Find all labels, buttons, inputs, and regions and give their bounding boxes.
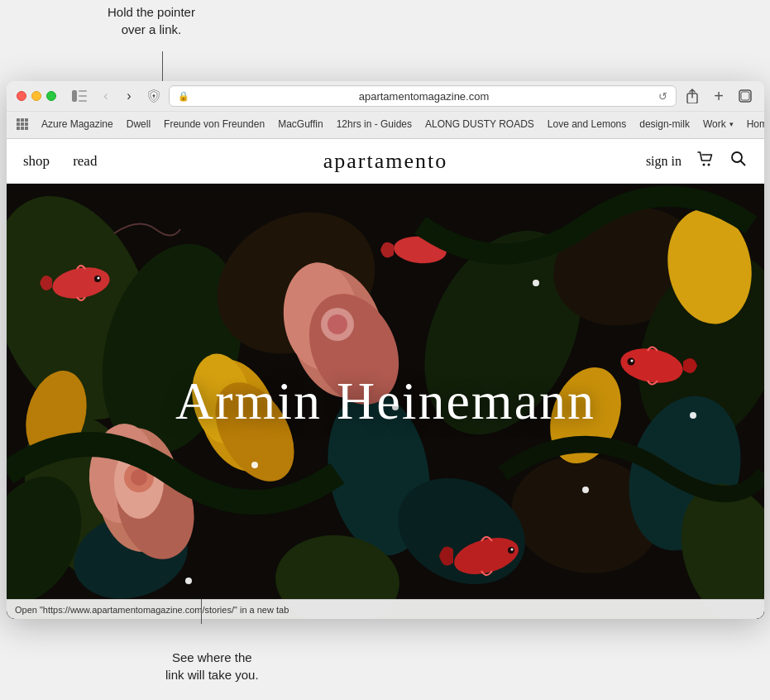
nav-arrows: ‹ ›: [96, 86, 139, 106]
website-content: shop read apartamento sign in: [7, 139, 764, 619]
browser-right-controls: +: [683, 87, 754, 105]
hero-overlay: Armin Heinemann: [7, 184, 764, 619]
callout-line-top: [162, 51, 163, 81]
svg-rect-13: [21, 122, 24, 126]
address-bar[interactable]: 🔒 apartamentomagazine.com ↺: [169, 85, 677, 107]
shop-nav-link[interactable]: shop: [23, 153, 50, 170]
bookmark-home-dropdown[interactable]: Home ▾: [747, 118, 764, 130]
minimize-button[interactable]: [31, 91, 41, 101]
bookmark-love-lemons[interactable]: Love and Lemons: [548, 118, 626, 130]
url-display: apartamentomagazine.com: [194, 90, 653, 103]
svg-rect-12: [17, 122, 20, 126]
sidebar-toggle-button[interactable]: [69, 88, 89, 104]
lock-icon: 🔒: [178, 91, 189, 102]
site-nav-right: sign in: [506, 148, 748, 174]
site-nav: shop read apartamento sign in: [7, 139, 764, 184]
svg-rect-16: [21, 127, 24, 130]
site-nav-left: shop read: [23, 153, 265, 170]
svg-rect-0: [72, 90, 77, 102]
svg-rect-17: [25, 127, 28, 130]
reload-button[interactable]: ↺: [658, 90, 667, 103]
svg-rect-15: [17, 127, 20, 130]
cart-icon[interactable]: [695, 148, 716, 174]
site-logo[interactable]: apartamento: [265, 149, 506, 174]
status-bar: Open "https://www.apartamentomagazine.co…: [7, 599, 764, 619]
bookmark-apps-icon[interactable]: [17, 118, 28, 130]
bookmark-design-milk[interactable]: design-milk: [639, 118, 690, 130]
traffic-lights: [17, 91, 56, 101]
shield-icon: [146, 88, 162, 104]
svg-rect-10: [21, 118, 24, 122]
tab-overview-button[interactable]: [736, 87, 754, 105]
svg-point-20: [732, 152, 742, 162]
annotation-top-line2: over a link.: [122, 22, 182, 36]
bookmarks-bar: Azure Magazine Dwell Freunde von Freunde…: [7, 111, 764, 136]
read-nav-link[interactable]: read: [73, 153, 97, 170]
bookmark-freunde[interactable]: Freunde von Freunden: [164, 118, 265, 130]
status-bar-text: Open "https://www.apartamentomagazine.co…: [15, 605, 289, 615]
bookmark-12hrs[interactable]: 12hrs in - Guides: [337, 118, 412, 130]
forward-button[interactable]: ›: [119, 86, 139, 106]
annotation-top: Hold the pointer over a link.: [108, 0, 195, 38]
browser-window: ‹ › 🔒 apartamentomagazine.com ↺: [7, 81, 764, 619]
browser-chrome: ‹ › 🔒 apartamentomagazine.com ↺: [7, 81, 764, 139]
close-button[interactable]: [17, 91, 26, 101]
bookmark-azure[interactable]: Azure Magazine: [41, 118, 113, 130]
annotation-bottom: See where the link will take you.: [165, 649, 259, 683]
bookmark-macguffin[interactable]: MacGuffin: [278, 118, 323, 130]
hero-title: Armin Heinemann: [175, 371, 595, 432]
search-icon[interactable]: [729, 150, 748, 172]
svg-point-18: [703, 164, 705, 166]
sign-in-link[interactable]: sign in: [646, 154, 682, 169]
svg-rect-9: [17, 118, 20, 122]
svg-rect-1: [79, 90, 87, 92]
svg-rect-11: [25, 118, 28, 122]
svg-point-19: [708, 164, 710, 166]
svg-rect-3: [79, 100, 87, 102]
back-button[interactable]: ‹: [96, 86, 116, 106]
annotation-top-line1: Hold the pointer: [108, 5, 195, 19]
bookmark-dwell[interactable]: Dwell: [127, 118, 151, 130]
svg-rect-14: [25, 122, 28, 126]
svg-rect-5: [154, 97, 155, 99]
browser-top-bar: ‹ › 🔒 apartamentomagazine.com ↺: [7, 81, 764, 111]
annotation-bottom-line2: link will take you.: [165, 668, 259, 682]
fullscreen-button[interactable]: [46, 91, 56, 101]
bookmark-along[interactable]: ALONG DUSTY ROADS: [425, 118, 534, 130]
bookmark-work-dropdown[interactable]: Work ▾: [703, 118, 734, 130]
new-tab-button[interactable]: +: [710, 87, 728, 105]
callout-line-bottom: [201, 599, 202, 624]
svg-rect-2: [79, 95, 87, 97]
svg-rect-8: [741, 92, 749, 100]
share-button[interactable]: [683, 87, 701, 105]
annotation-bottom-line1: See where the: [172, 650, 252, 664]
hero-area[interactable]: Armin Heinemann Open "https://www.aparta…: [7, 184, 764, 619]
